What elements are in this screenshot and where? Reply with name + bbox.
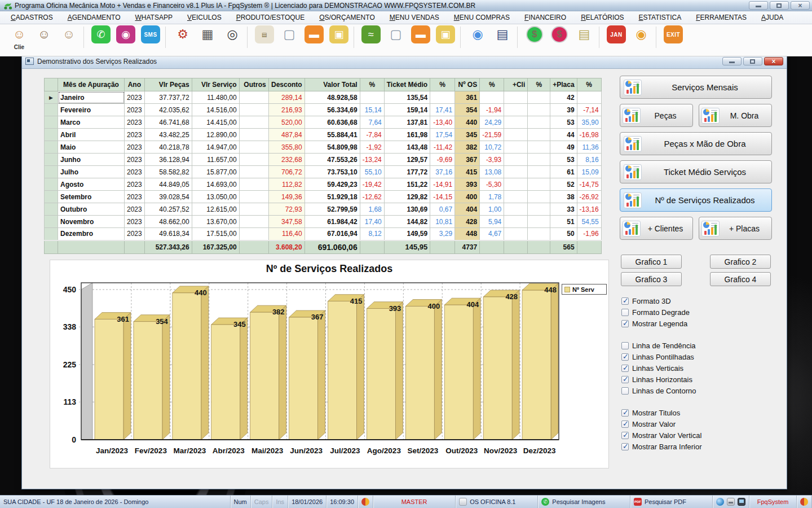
column-header-12[interactable]: +Cli [504,78,528,91]
column-header-1[interactable]: Ano [125,78,145,91]
money-out-icon[interactable]: $ [547,25,572,43]
grafico-button-3[interactable]: Grafico 3 [621,272,682,286]
checkbox-box[interactable] [621,320,629,327]
checkbox-box[interactable] [621,365,629,372]
money-in-icon[interactable]: $ [522,25,547,43]
checkbox-formato-3d[interactable]: Formato 3D [621,295,772,306]
order-clipboard-icon[interactable]: ▤ [252,25,277,43]
books-icon[interactable]: ▤ [490,25,515,43]
table-row[interactable]: Junho202336.128,9411.657,00232,6847.553,… [45,154,602,166]
checkbox-box[interactable] [621,443,629,450]
checkbox-formato-degrade[interactable]: Formato Degrade [621,306,772,318]
menu-item-agendamento[interactable]: AGENDAMENTO [60,12,128,23]
checkbox-box[interactable] [621,376,629,383]
person-icon[interactable]: ☺ [56,25,81,43]
column-header-8[interactable]: Ticket Médio [384,78,430,91]
checkbox-linhas-horizontais[interactable]: Linhas Horizontais [621,374,772,385]
table-row[interactable]: ▶Janeiro202337.737,7211.480,00289,1448.9… [45,91,602,104]
pie-chart-icon[interactable]: ◉ [465,25,490,43]
checkbox-mostrar-legenda[interactable]: Mostrar Legenda [621,318,772,329]
parts-icon[interactable]: ⚙ [170,25,195,43]
checkbox-linhas-de-contorno[interactable]: Linhas de Contorno [621,385,772,396]
purchases-folder-icon[interactable]: ▬ [408,25,433,43]
menu-item-ferramentas[interactable]: FERRAMENTAS [689,12,754,23]
menu-item-financeiro[interactable]: FINANCEIRO [517,12,573,23]
column-header-0[interactable]: Mês de Apuração [58,78,125,91]
table-row[interactable]: Maio202340.218,7814.947,00355,8054.809,9… [45,141,602,154]
service-brush-icon[interactable]: ≈ [359,25,383,43]
budget-doc-icon[interactable]: ▢ [277,25,302,43]
scanner-icon[interactable]: ◎ [220,25,245,43]
menu-item-estatistica[interactable]: ESTATISTICA [632,12,689,23]
column-header-4[interactable]: Outros [239,78,268,91]
table-row[interactable]: Agosto202344.849,0514.693,00112,8259.429… [45,178,602,191]
donut-chart-icon[interactable]: ◉ [629,25,654,43]
checkbox-box[interactable] [621,342,629,349]
menu-item-os-or-amento[interactable]: OS/ORÇAMENTO [312,12,382,23]
checkbox-box[interactable] [621,309,629,316]
chart-select-button-pe-as[interactable]: Peças [620,104,693,127]
chart-select-button--clientes[interactable]: + Clientes [620,217,693,240]
menu-item-menu-vendas[interactable]: MENU VENDAS [382,12,447,23]
dialog-minimize-button[interactable] [722,57,742,65]
instagram-icon[interactable]: ◉ [113,25,138,43]
checkbox-linhas-pontilhadas[interactable]: Linhas Pontilhadas [621,351,772,362]
stock-box-icon[interactable]: ▣ [326,25,351,43]
column-header-6[interactable]: Valor Total [304,78,360,91]
checkbox-box[interactable] [621,353,629,361]
table-total-row[interactable]: 527.343,26167.325,003.608,20691.060,0614… [45,240,602,254]
client-icon[interactable]: ☺ [32,25,56,43]
whatsapp-icon[interactable]: ✆ [89,25,113,43]
table-row[interactable]: Marco202346.741,6814.415,00520,0060.636,… [45,116,602,129]
dialog-close-button[interactable]: × [764,57,783,65]
restore-button[interactable] [770,1,789,10]
table-row[interactable]: Abril202343.482,2512.890,00487,8455.884,… [45,129,602,141]
checkbox-box[interactable] [621,409,629,417]
table-row[interactable]: Dezembro202349.618,3417.515,00116,4067.0… [45,228,602,240]
chart-select-button--placas[interactable]: + Placas [699,217,772,240]
search-images-button[interactable]: ✆Pesquisar Imagens [538,496,630,508]
barcode-icon[interactable]: ▦ [195,25,220,43]
column-header-11[interactable]: % [480,78,504,91]
status-tools[interactable] [713,496,749,508]
column-header-15[interactable]: % [577,78,601,91]
menu-item-whatsapp[interactable]: WHATSAPP [128,12,180,23]
dialog-maximize-button[interactable] [743,57,762,65]
exit-icon[interactable]: EXIT [661,25,686,43]
chart-select-button-n-de-servi-os-realizados[interactable]: Nº de Serviços Realizados [620,189,772,212]
menu-item-produto-estoque[interactable]: PRODUTO/ESTOQUE [229,12,312,23]
minimize-button[interactable] [749,1,768,10]
column-header-13[interactable]: % [528,78,550,91]
menu-item-cadastros[interactable]: CADASTROS [3,12,60,23]
grafico-button-4[interactable]: Grafico 4 [710,272,771,286]
docs-search-icon[interactable]: ▢ [383,25,408,43]
column-header-7[interactable]: % [360,78,384,91]
checkbox-linhas-verticais[interactable]: Linhas Verticais [621,362,772,374]
checkbox-box[interactable] [621,432,629,439]
column-header-2[interactable]: Vlr Peças [144,78,192,91]
menu-item-relat-rios[interactable]: RELATÓRIOS [573,12,631,23]
column-header-3[interactable]: Vlr Serviço [192,78,239,91]
checkbox-box[interactable] [621,297,629,305]
checkbox-box[interactable] [621,387,629,395]
grafico-button-2[interactable]: Grafico 2 [710,255,771,269]
column-header-5[interactable]: Desconto [268,78,304,91]
clients-icon[interactable]: ☺Clie [7,25,32,50]
table-row[interactable]: Setembro202339.028,5413.050,00149,3651.9… [45,191,602,203]
chart-select-button-m-obra[interactable]: M. Obra [699,104,772,127]
table-row[interactable]: Fevereiro202342.035,6214.516,00216,9356.… [45,104,602,116]
checkbox-box[interactable] [621,421,629,428]
sms-icon[interactable]: SMS [138,25,163,43]
search-pdf-button[interactable]: PDFPesquisar PDF [630,496,713,508]
chart-select-button-ticket-m-dio-servi-os[interactable]: Ticket Médio Serviços [620,160,772,183]
column-header-14[interactable]: +Placa [550,78,577,91]
chart-select-button-pe-as-x-m-o-de-obra[interactable]: Peças x Mão de Obra [620,132,772,155]
checkbox-mostrar-titulos[interactable]: Mostrar Titulos [621,407,772,418]
menu-item-menu-compras[interactable]: MENU COMPRAS [447,12,517,23]
checkbox-mostrar-barra-inferior[interactable]: Mostrar Barra Inferior [621,441,772,452]
checkbox-linha-de-tend-ncia[interactable]: Linha de Tendência [621,340,772,351]
demonstrativo-titlebar[interactable]: Demonstrativo dos Serviços Realizados × [22,56,787,69]
calendar-jan-icon[interactable]: JAN [604,25,629,43]
menu-item-ajuda[interactable]: AJUDA [754,12,791,23]
column-header-10[interactable]: Nº OS [455,78,480,91]
